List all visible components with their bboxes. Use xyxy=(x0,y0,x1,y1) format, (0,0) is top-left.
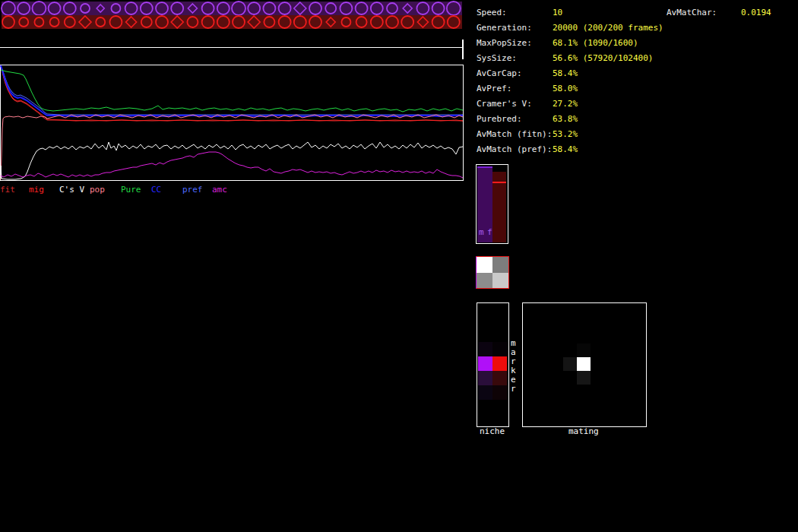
char-matrix-cell xyxy=(492,257,508,273)
stat-row: AvCarCap:58.4% xyxy=(477,68,674,84)
niche-cell xyxy=(492,342,507,356)
legend-item-csv: C's V xyxy=(59,185,84,195)
stat-label: AvCarCap: xyxy=(477,68,522,78)
stat-label: Purebred: xyxy=(477,114,522,124)
niche-cell xyxy=(492,385,507,400)
avmatchar-value: 0.0194 xyxy=(741,8,771,17)
stat-value: 58.4% xyxy=(553,144,578,154)
stat-label: MaxPopSize: xyxy=(477,38,532,48)
char-matrix-cell xyxy=(477,257,492,273)
niche-cell xyxy=(478,371,492,385)
stat-label: AvMatch (pref): xyxy=(477,144,552,154)
mating-cell xyxy=(577,371,591,385)
avmatchar-matrix xyxy=(476,256,509,289)
char-matrix-cell xyxy=(492,273,508,289)
marker-axis-label: marker xyxy=(511,339,516,394)
frame-timeline xyxy=(0,47,464,48)
stat-label: AvMatch (fitn): xyxy=(477,129,552,139)
history-chart xyxy=(0,65,464,181)
niche-cell xyxy=(478,385,492,400)
niche-cell xyxy=(492,371,507,385)
stat-row: AvMatch (fitn):53.2% xyxy=(477,129,674,144)
chart-border xyxy=(1,65,464,181)
mating-caption: mating xyxy=(568,426,599,436)
organism-banner xyxy=(0,0,464,30)
stat-row: AvMatch (pref):58.4% xyxy=(477,144,674,160)
stat-row: Purebred:63.8% xyxy=(477,114,674,129)
stat-label: SysSize: xyxy=(477,53,517,63)
stats-panel: Speed:10Generation:20000 (200/200 frames… xyxy=(477,8,674,160)
stat-value: 68.1% (1090/1600) xyxy=(553,38,638,48)
stat-value: 58.0% xyxy=(553,84,578,93)
legend-item-amc: amc xyxy=(212,185,227,195)
stat-row: Generation:20000 (200/200 frames) xyxy=(477,23,674,38)
stat-label: AvPref: xyxy=(477,84,511,93)
male-level-line xyxy=(477,166,492,168)
stat-value: 27.2% xyxy=(553,99,578,109)
niche-panel xyxy=(477,302,509,427)
stat-value: 63.8% xyxy=(553,114,578,124)
legend-item-mig: mig xyxy=(29,185,44,195)
simulation-screen: fitmigC's VpopPureCCprefamc Speed:10Gene… xyxy=(0,0,798,532)
stat-value: 53.2% xyxy=(553,129,578,139)
mating-matrix-panel xyxy=(522,302,647,427)
mating-cell xyxy=(563,357,577,371)
legend-item-cc: CC xyxy=(151,185,161,195)
female-level-line xyxy=(492,182,506,183)
frame-cursor xyxy=(462,40,464,59)
stat-value: 56.6% (57920/102400) xyxy=(553,53,653,63)
legend-item-pure: Pure xyxy=(121,185,141,195)
stat-label: Cramer's V: xyxy=(477,99,532,109)
sex-ratio-panel: m f xyxy=(476,164,508,244)
stat-label: Generation: xyxy=(477,23,532,33)
stat-row: AvPref:58.0% xyxy=(477,84,674,99)
legend-item-pop: pop xyxy=(90,185,105,195)
niche-caption: niche xyxy=(480,426,505,436)
niche-cell xyxy=(492,356,507,371)
stat-row: Cramer's V:27.2% xyxy=(477,99,674,114)
stat-value: 58.4% xyxy=(553,68,578,78)
legend-item-pref: pref xyxy=(182,185,203,195)
female-label: f xyxy=(487,227,492,237)
avmatchar-label: AvMatChar: xyxy=(667,8,717,17)
legend-item-fit: fit xyxy=(0,185,15,195)
male-label: m xyxy=(479,227,484,237)
chart-legend: fitmigC's VpopPureCCprefamc xyxy=(0,185,464,195)
niche-cell xyxy=(478,356,492,371)
stat-row: SysSize:56.6% (57920/102400) xyxy=(477,53,674,68)
stat-row: Speed:10 xyxy=(477,8,674,23)
stat-value: 20000 (200/200 frames) xyxy=(553,23,663,33)
mating-cell xyxy=(577,357,591,371)
stat-label: Speed: xyxy=(477,8,507,17)
stat-row: MaxPopSize:68.1% (1090/1600) xyxy=(477,38,674,53)
mating-cell xyxy=(577,344,591,357)
stat-value: 10 xyxy=(553,8,562,17)
niche-cell xyxy=(478,342,492,356)
char-matrix-cell xyxy=(477,273,492,289)
